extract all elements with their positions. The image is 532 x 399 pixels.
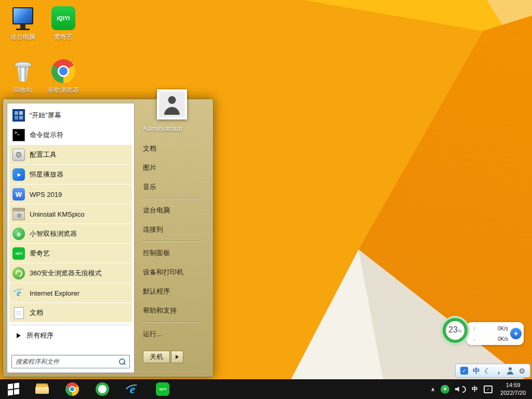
ime-icon[interactable]: 中: [473, 366, 480, 376]
action-center-icon[interactable]: [484, 385, 493, 393]
arrow-right-icon: [176, 355, 179, 359]
desktop-icon-iqiyi[interactable]: 爱奇艺: [44, 4, 83, 56]
tray-date: 2022/7/20: [500, 389, 526, 397]
start-menu-item-list: “开始”屏幕命令提示符配置工具恒星播放器WPS 2019Uninstall KM…: [9, 105, 132, 323]
shutdown-row: 关机: [143, 351, 204, 363]
menu-item-label: 360安全浏览器无痕模式: [30, 269, 102, 278]
desktop-icon-grid: 这台电脑爱奇艺回收站谷歌浏览器: [3, 4, 83, 109]
ime-icon[interactable]: 中: [472, 385, 478, 394]
desktop-icon-label: 爱奇艺: [54, 33, 73, 42]
desktop-icon-label: 谷歌浏览器: [48, 86, 79, 95]
search-icon[interactable]: [118, 358, 126, 365]
green-plus-icon[interactable]: [441, 385, 449, 394]
gauge-percent-sign: %: [458, 328, 462, 334]
user-avatar[interactable]: [157, 89, 187, 119]
gauge-percent: 23: [448, 325, 458, 335]
start-menu-left-panel: “开始”屏幕命令提示符配置工具恒星播放器WPS 2019Uninstall KM…: [7, 103, 135, 373]
menu-item-label: WPS 2019: [30, 191, 62, 198]
taskbar: 中 14:59 2022/7/20: [0, 379, 532, 399]
start-menu-inner: “开始”屏幕命令提示符配置工具恒星播放器WPS 2019Uninstall KM…: [3, 99, 213, 377]
gear-icon[interactable]: [518, 367, 525, 375]
net-speed-panel: 0K/s 0K/s: [467, 322, 524, 345]
start-menu: “开始”屏幕命令提示符配置工具恒星播放器WPS 2019Uninstall KM…: [3, 99, 214, 377]
start-menu-item[interactable]: WPS 2019: [9, 184, 132, 204]
start-menu-item[interactable]: Internet Explorer: [9, 283, 132, 303]
start-menu-right-item[interactable]: 连接到: [143, 220, 204, 239]
stellar-icon: [12, 168, 25, 181]
system-tray: 中 14:59 2022/7/20: [431, 381, 532, 397]
menu-item-label: 命令提示符: [30, 130, 63, 140]
check-square-icon[interactable]: [460, 367, 468, 375]
this-pc-icon: [11, 6, 35, 30]
start-menu-right-item[interactable]: 默认程序: [143, 282, 204, 301]
ie-icon: [12, 287, 25, 299]
volume-icon[interactable]: [455, 386, 466, 393]
recycle-bin-icon: [11, 59, 35, 83]
iqiyi-icon: [12, 247, 25, 260]
start-menu-right-item[interactable]: 音乐: [143, 177, 204, 196]
start-menu-item[interactable]: 配置工具: [9, 145, 132, 165]
start-menu-right-item[interactable]: 图片: [143, 158, 204, 177]
tray-time: 14:59: [500, 381, 526, 389]
ie-icon: [126, 382, 139, 396]
shutdown-button[interactable]: 关机: [143, 351, 170, 363]
desktop-icon-label: 回收站: [14, 86, 32, 95]
docs-icon: [12, 307, 25, 319]
start-menu-item[interactable]: 爱奇艺: [9, 244, 132, 263]
taskbar-browser360-button[interactable]: [87, 379, 117, 399]
desktop-icon-label: 这台电脑: [10, 33, 35, 42]
memory-gauge[interactable]: 23 %: [443, 318, 468, 343]
start-menu-right-item[interactable]: 控制面板: [143, 243, 204, 262]
add-button[interactable]: [510, 328, 522, 339]
taskbar-ie-button[interactable]: [117, 379, 148, 399]
taskbar-explorer-button[interactable]: [27, 379, 57, 399]
start-menu-right-item[interactable]: 运行...: [143, 324, 204, 343]
menu-item-label: 爱奇艺: [30, 249, 50, 258]
start-menu-item[interactable]: 恒星播放器: [9, 165, 132, 184]
start-button[interactable]: [0, 379, 27, 399]
shutdown-options-button[interactable]: [171, 351, 183, 363]
tools-icon: [12, 149, 25, 161]
taskbar-chrome-button[interactable]: [57, 379, 87, 399]
start-menu-item[interactable]: 命令提示符: [9, 125, 132, 145]
explorer-icon: [35, 382, 49, 396]
net-speed-widget[interactable]: 0K/s 0K/s 23 %: [443, 317, 525, 351]
start-menu-item[interactable]: 文档: [9, 303, 132, 323]
start-menu-right-item[interactable]: 文档: [143, 139, 204, 158]
menu-item-label: 恒星播放器: [30, 170, 63, 179]
search-row: [9, 353, 132, 370]
desktop-icon-this-pc[interactable]: 这台电脑: [3, 4, 43, 56]
start-menu-item[interactable]: Uninstall KMSpico: [9, 204, 132, 224]
user-name: Administrator: [143, 125, 204, 132]
xiaozhi-icon: [12, 228, 25, 240]
start-menu-item[interactable]: 小智双核浏览器: [9, 224, 132, 244]
chrome-icon: [65, 382, 79, 396]
chevron-up-icon[interactable]: [431, 387, 435, 392]
taskbar-iqiyi-button[interactable]: [148, 379, 178, 399]
all-programs-label: 所有程序: [26, 331, 54, 340]
start-menu-item[interactable]: “开始”屏幕: [9, 105, 132, 125]
menu-item-label: 小智双核浏览器: [30, 229, 77, 238]
search-input[interactable]: [16, 358, 118, 365]
upload-row: 0K/s: [473, 325, 508, 331]
download-arrow-icon: [473, 336, 476, 342]
clock[interactable]: 14:59 2022/7/20: [498, 381, 530, 397]
download-speed: 0K/s: [498, 336, 508, 342]
arrow-right-icon: [17, 333, 21, 338]
windows-logo-icon: [8, 382, 19, 395]
iqiyi-icon: [51, 6, 75, 30]
upload-arrow-icon: [473, 325, 476, 331]
b360-icon: [12, 267, 25, 280]
menu-item-label: “开始”屏幕: [30, 111, 61, 120]
punctuation-icon[interactable]: ，: [495, 366, 502, 376]
search-box[interactable]: [11, 355, 130, 368]
start-menu-right-panel: Administrator 文档图片音乐这台电脑连接到控制面板设备和打印机默认程…: [135, 103, 209, 373]
start-menu-item[interactable]: 360安全浏览器无痕模式: [9, 263, 132, 283]
start-menu-right-item[interactable]: 设备和打印机: [143, 262, 204, 282]
all-programs-button[interactable]: 所有程序: [9, 327, 132, 344]
user-icon[interactable]: [507, 367, 514, 375]
chrome-icon: [51, 59, 75, 83]
start-menu-right-item[interactable]: 这台电脑: [143, 201, 204, 220]
start-menu-right-item[interactable]: 帮助和支持: [143, 301, 204, 320]
moon-icon[interactable]: [484, 367, 491, 375]
